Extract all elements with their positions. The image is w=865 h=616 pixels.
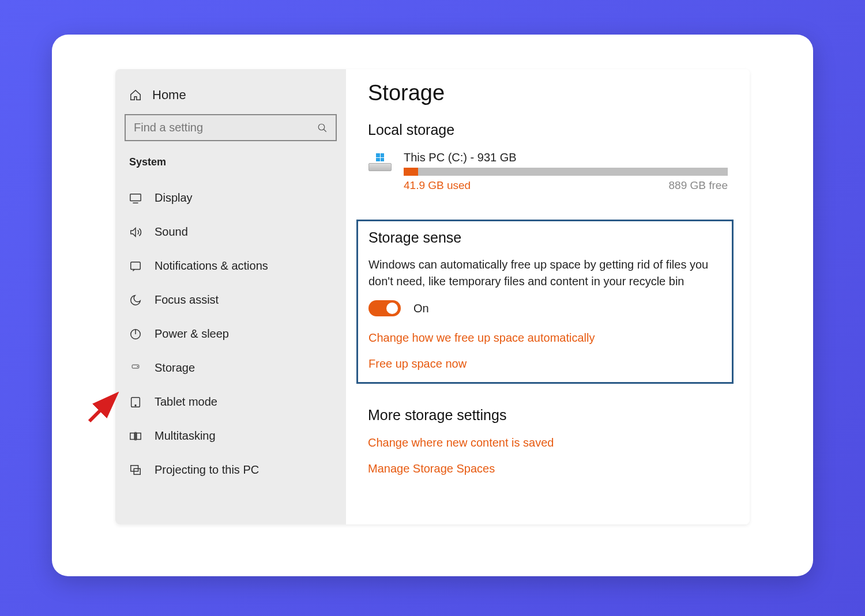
svg-line-19 xyxy=(89,396,114,421)
sidebar-home[interactable]: Home xyxy=(115,83,346,114)
notifications-icon xyxy=(129,260,142,273)
sidebar-item-label: Storage xyxy=(155,361,195,375)
sidebar-item-label: Notifications & actions xyxy=(155,259,268,273)
settings-window: Home System Display Sound xyxy=(115,69,750,524)
drive-stats: 41.9 GB used 889 GB free xyxy=(404,179,728,192)
more-storage-settings: More storage settings Change where new c… xyxy=(368,407,728,475)
sidebar-item-label: Projecting to this PC xyxy=(155,463,259,477)
toggle-knob xyxy=(386,303,398,314)
home-icon xyxy=(129,89,142,101)
drive-free-label: 889 GB free xyxy=(669,179,728,192)
storage-sense-description: Windows can automatically free up space … xyxy=(368,256,721,290)
sidebar-item-sound[interactable]: Sound xyxy=(115,215,346,249)
svg-line-1 xyxy=(324,129,326,132)
link-free-up-now[interactable]: Free up space now xyxy=(368,357,721,371)
multitasking-icon xyxy=(129,430,142,443)
link-change-auto-free[interactable]: Change how we free up space automaticall… xyxy=(368,331,721,345)
sidebar-category: System xyxy=(115,152,346,181)
svg-rect-5 xyxy=(131,262,141,269)
sidebar-item-notifications[interactable]: Notifications & actions xyxy=(115,249,346,283)
focus-assist-icon xyxy=(129,294,142,307)
search-icon xyxy=(317,123,328,133)
drive-usage-bar xyxy=(404,168,728,176)
drive-row[interactable]: This PC (C:) - 931 GB 41.9 GB used 889 G… xyxy=(368,151,728,192)
sound-icon xyxy=(129,226,142,239)
drive-name: This PC (C:) - 931 GB xyxy=(404,151,728,164)
outer-card: Home System Display Sound xyxy=(52,35,813,576)
storage-sense-toggle-label: On xyxy=(413,302,429,315)
storage-sense-toggle[interactable] xyxy=(368,300,401,316)
sidebar-item-label: Multitasking xyxy=(155,429,216,443)
sidebar-item-tablet-mode[interactable]: Tablet mode xyxy=(115,385,346,419)
svg-point-11 xyxy=(135,405,136,406)
sidebar-item-label: Focus assist xyxy=(155,293,219,307)
tablet-mode-icon xyxy=(129,396,142,409)
sidebar-item-display[interactable]: Display xyxy=(115,181,346,215)
link-manage-storage-spaces[interactable]: Manage Storage Spaces xyxy=(368,462,728,475)
svg-marker-4 xyxy=(131,228,136,236)
storage-sense-toggle-row: On xyxy=(368,300,721,316)
drive-used-label: 41.9 GB used xyxy=(404,179,471,192)
svg-rect-2 xyxy=(130,194,141,201)
sidebar-item-label: Display xyxy=(155,191,193,205)
sidebar-item-focus-assist[interactable]: Focus assist xyxy=(115,283,346,317)
home-label: Home xyxy=(152,88,186,103)
drive-info: This PC (C:) - 931 GB 41.9 GB used 889 G… xyxy=(404,151,728,192)
storage-icon xyxy=(129,362,142,375)
more-storage-title: More storage settings xyxy=(368,407,728,424)
sidebar-item-power-sleep[interactable]: Power & sleep xyxy=(115,317,346,351)
svg-rect-13 xyxy=(137,433,141,439)
link-change-where-saved[interactable]: Change where new content is saved xyxy=(368,436,728,449)
projecting-icon xyxy=(129,464,142,477)
storage-sense-title: Storage sense xyxy=(368,229,721,246)
search-input[interactable] xyxy=(134,121,317,134)
local-storage-title: Local storage xyxy=(368,122,728,138)
page-title: Storage xyxy=(368,81,728,105)
search-box[interactable] xyxy=(125,114,337,141)
svg-point-9 xyxy=(137,366,138,366)
svg-point-0 xyxy=(318,124,325,130)
drive-icon xyxy=(368,153,392,175)
sidebar-item-projecting[interactable]: Projecting to this PC xyxy=(115,453,346,487)
main-content: Storage Local storage This PC (C:) - 931… xyxy=(346,69,750,524)
sidebar-item-label: Power & sleep xyxy=(155,327,229,341)
svg-rect-12 xyxy=(130,433,134,439)
sidebar-item-label: Sound xyxy=(155,225,188,239)
sidebar-item-storage[interactable]: Storage xyxy=(115,351,346,385)
sidebar-item-label: Tablet mode xyxy=(155,395,217,409)
drive-usage-fill xyxy=(404,168,418,176)
power-icon xyxy=(129,328,142,341)
display-icon xyxy=(129,192,142,205)
storage-sense-box: Storage sense Windows can automatically … xyxy=(356,220,734,384)
sidebar-item-multitasking[interactable]: Multitasking xyxy=(115,419,346,453)
sidebar: Home System Display Sound xyxy=(115,69,346,524)
